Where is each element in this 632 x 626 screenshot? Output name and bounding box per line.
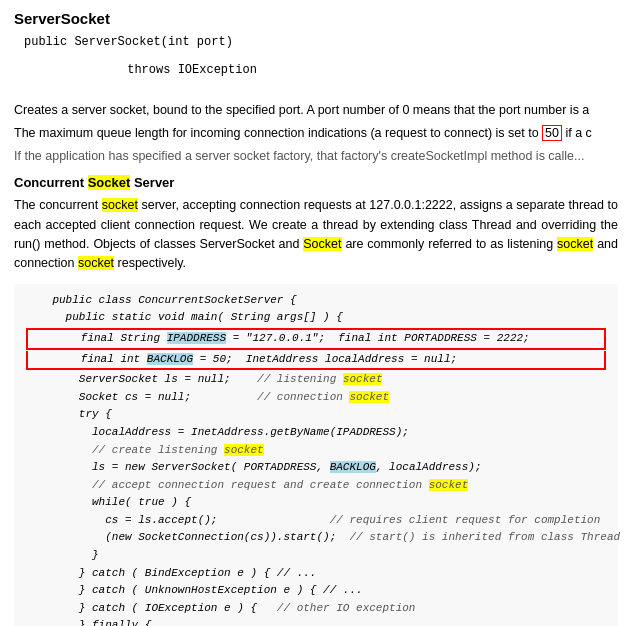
section-title: Concurrent Socket Server — [14, 175, 618, 190]
code-line-9: // create listening socket — [26, 442, 606, 460]
code-line-18: } catch ( IOException e ) { // other IO … — [26, 600, 606, 618]
code-block: public class ConcurrentSocketServer { pu… — [14, 284, 618, 626]
highlight-socket-2: socket — [557, 237, 593, 251]
section-title-prefix: Concurrent — [14, 175, 88, 190]
code-line-5: ServerSocket ls = null; // listening soc… — [26, 371, 606, 389]
signature-line1: public ServerSocket(int port) — [24, 35, 618, 49]
code-line-19: } finally { — [26, 617, 606, 626]
highlight-socket-1: socket — [102, 198, 138, 212]
run-method: run() — [14, 237, 40, 251]
code-line-12: while( true ) { — [26, 494, 606, 512]
page-title: ServerSocket — [14, 10, 618, 27]
code-line-8: localAddress = InetAddress.getByName(IPA… — [26, 424, 606, 442]
desc2-prefix: The maximum queue length for incoming co… — [14, 126, 542, 140]
code-line-17: } catch ( UnknownHostException e ) { // … — [26, 582, 606, 600]
highlight-socket-3: socket — [78, 256, 114, 270]
description-3: If the application has specified a serve… — [14, 147, 618, 166]
section-title-socket: Socket — [88, 175, 131, 190]
thread-class: Thread — [472, 218, 512, 232]
method-signature: public ServerSocket(int port) throws IOE… — [14, 35, 618, 91]
code-line-15: } — [26, 547, 606, 565]
body-text: The concurrent socket server, accepting … — [14, 196, 618, 274]
ip-address: 127.0.0.1:2222 — [369, 198, 452, 212]
code-line-2: public static void main( String args[] )… — [26, 309, 606, 327]
code-line-1: public class ConcurrentSocketServer { — [26, 292, 606, 310]
code-line-10: ls = new ServerSocket( PORTADDRESS, BACK… — [26, 459, 606, 477]
desc2-suffix: if a c — [562, 126, 592, 140]
code-line-4: final int BACKLOG = 50; InetAddress loca… — [28, 351, 604, 369]
code-line-11: // accept connection request and create … — [26, 477, 606, 495]
description-1: Creates a server socket, bound to the sp… — [14, 101, 618, 120]
section-title-suffix: Server — [130, 175, 174, 190]
code-line-7: try { — [26, 406, 606, 424]
code-line-13: cs = ls.accept(); // requires client req… — [26, 512, 606, 530]
socket-class: Socket — [303, 237, 341, 251]
desc2-50-value: 50 — [542, 125, 562, 141]
code-line-6: Socket cs = null; // connection socket — [26, 389, 606, 407]
signature-line2: throws IOException — [24, 49, 618, 91]
serversocket-class: ServerSocket — [200, 237, 275, 251]
code-line-3: final String IPADDRESS = "127.0.0.1"; fi… — [28, 330, 604, 348]
throws-keyword: throws IOException — [127, 63, 257, 77]
code-line-14: (new SocketConnection(cs)).start(); // s… — [26, 529, 606, 547]
code-line-16: } catch ( BindException e ) { // ... — [26, 565, 606, 583]
page: ServerSocket public ServerSocket(int por… — [0, 0, 632, 626]
description-2: The maximum queue length for incoming co… — [14, 124, 618, 143]
red-box-line-2: final int BACKLOG = 50; InetAddress loca… — [26, 351, 606, 371]
red-box-line-1: final String IPADDRESS = "127.0.0.1"; fi… — [26, 328, 606, 350]
